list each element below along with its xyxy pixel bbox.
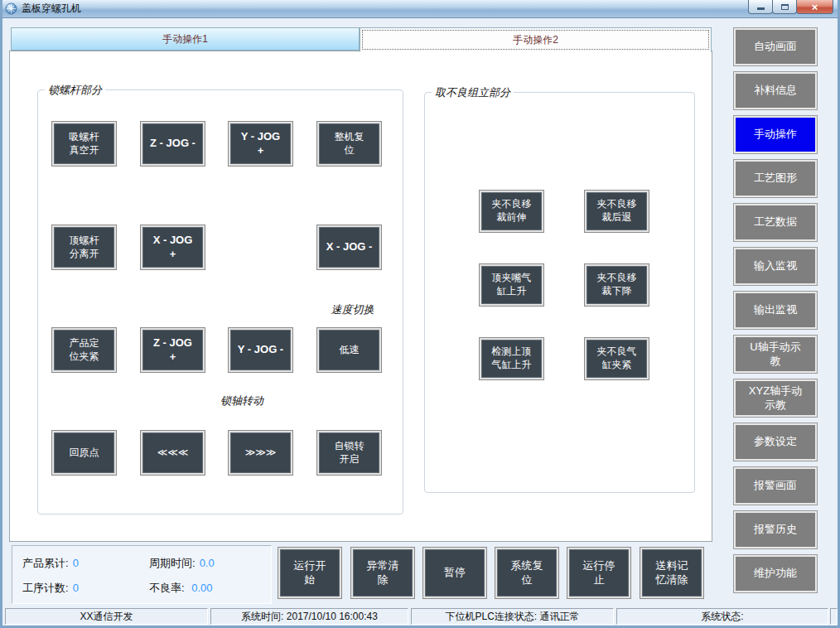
title-bar: 盖板穿螺孔机 × xyxy=(0,0,840,18)
tab-manual-operation-2[interactable]: 手动操作2 xyxy=(360,27,712,52)
z-jog-plus-button[interactable]: Z - JOG + xyxy=(141,328,205,372)
z-jog-minus-button[interactable]: Z - JOG - xyxy=(141,122,205,166)
process-count-stat-value: 0 xyxy=(73,582,79,594)
reject-transfer-forward-button[interactable]: 夹不良移 裁前伸 xyxy=(480,191,543,232)
tab-manual-operation-1[interactable]: 手动操作1 xyxy=(11,27,360,51)
statusbar-plc-status: 下位机PLC连接状态: 通讯正常 xyxy=(411,608,614,625)
speed-switch-label: 速度切换 xyxy=(321,302,384,317)
status-bar: XX通信开发系统时间: 2017/10/10 16:00:43下位机PLC连接状… xyxy=(2,608,838,626)
product-total-stat-label: 产品累计: xyxy=(22,557,69,569)
reject-transfer-backward-button[interactable]: 夹不良移 裁后退 xyxy=(585,191,649,232)
statusbar-system-time: 系统时间: 2017/10/10 16:00:43 xyxy=(210,608,408,625)
y-jog-minus-button[interactable]: Y - JOG - xyxy=(229,328,292,372)
machine-reset-button[interactable]: 整机复 位 xyxy=(317,122,381,166)
rotate-left-button[interactable]: ≪≪≪ xyxy=(141,431,205,475)
sidebar-item-output-monitor[interactable]: 输出监视 xyxy=(734,292,817,329)
cycle-time-stat: 周期时间:0.0 xyxy=(149,556,215,571)
reject-pick-group-title: 取不良组立部分 xyxy=(432,85,514,100)
sidebar-item-process-graphic[interactable]: 工艺图形 xyxy=(734,160,817,197)
low-speed-button[interactable]: 低速 xyxy=(317,328,381,372)
pause-button[interactable]: 暂停 xyxy=(423,548,486,598)
sidebar-item-refill-info[interactable]: 补料信息 xyxy=(734,72,817,109)
sidebar-item-maintenance[interactable]: 维护功能 xyxy=(734,555,817,592)
statusbar-system-status: 系统状态: xyxy=(616,608,828,625)
sidebar-item-alarm-history[interactable]: 报警历史 xyxy=(734,511,817,548)
statusbar-dev-info: XX通信开发 xyxy=(5,608,208,625)
lock-screw-groupbox: 锁螺杆部分 速度切换 锁轴转动 吸螺杆 真空开Z - JOG -Y - JOG … xyxy=(37,89,403,514)
return-origin-button[interactable]: 回原点 xyxy=(52,431,116,475)
reject-cylinder-clamp-button[interactable]: 夹不良气 缸夹紧 xyxy=(585,338,649,379)
cycle-time-stat-value: 0.0 xyxy=(200,557,215,569)
app-window: 盖板穿螺孔机 × 锁螺杆部分 速度切换 锁轴转动 吸螺杆 真空开Z - JOG … xyxy=(0,0,840,628)
process-count-stat-label: 工序计数: xyxy=(22,582,69,594)
product-total-stat: 产品累计:0 xyxy=(22,556,79,571)
sidebar-item-u-axis-teach[interactable]: U轴手动示 教 xyxy=(734,336,817,373)
sidebar-item-process-data[interactable]: 工艺数据 xyxy=(734,204,817,241)
sidebar-item-parameter-setting[interactable]: 参数设定 xyxy=(734,423,817,461)
tab-control: 锁螺杆部分 速度切换 锁轴转动 吸螺杆 真空开Z - JOG -Y - JOG … xyxy=(9,27,712,542)
close-button[interactable]: × xyxy=(796,0,833,14)
sidebar-item-xyz-axis-teach[interactable]: XYZ轴手动 示教 xyxy=(734,379,817,417)
y-jog-plus-button[interactable]: Y - JOG + xyxy=(229,122,292,166)
reject-pick-groupbox: 取不良组立部分 夹不良移 裁前伸夹不良移 裁后退顶夹嘴气 缸上升夹不良移 裁下降… xyxy=(424,92,695,493)
minimize-button[interactable] xyxy=(748,0,773,14)
run-start-button[interactable]: 运行开 始 xyxy=(278,548,341,598)
maximize-icon xyxy=(781,4,789,10)
sidebar-item-input-monitor[interactable]: 输入监视 xyxy=(734,248,817,285)
reject-transfer-down-button[interactable]: 夹不良移 裁下降 xyxy=(585,264,649,306)
sidebar-item-manual-operation[interactable]: 手动操作 xyxy=(734,116,817,153)
top-rod-separate-open-button[interactable]: 顶螺杆 分离开 xyxy=(52,225,116,269)
minimize-icon xyxy=(757,7,765,10)
cycle-time-stat-label: 周期时间: xyxy=(149,557,196,569)
suction-rod-vacuum-open-button[interactable]: 吸螺杆 真空开 xyxy=(52,122,116,166)
app-icon xyxy=(5,2,17,15)
system-reset-button[interactable]: 系统复 位 xyxy=(495,548,558,598)
sidebar-item-alarm-screen[interactable]: 报警画面 xyxy=(734,467,817,505)
feed-memory-clear-button[interactable]: 送料记 忆清除 xyxy=(640,548,703,598)
maximize-button[interactable] xyxy=(772,0,797,14)
defect-rate-stat-label: 不良率: xyxy=(149,582,187,594)
x-jog-minus-button[interactable]: X - JOG - xyxy=(317,225,381,269)
rotate-right-button[interactable]: ≫≫≫ xyxy=(229,431,292,475)
run-stop-button[interactable]: 运行停 止 xyxy=(567,548,630,598)
self-lock-rotate-on-button[interactable]: 自锁转 开启 xyxy=(317,431,381,475)
x-jog-plus-button[interactable]: X - JOG + xyxy=(141,225,205,269)
top-clamp-nozzle-cylinder-up-button[interactable]: 顶夹嘴气 缸上升 xyxy=(480,264,543,306)
detect-top-cylinder-up-button[interactable]: 检测上顶 气缸上升 xyxy=(480,338,543,379)
window-title: 盖板穿螺孔机 xyxy=(22,2,81,16)
lock-screw-group-title: 锁螺杆部分 xyxy=(45,83,105,98)
error-clear-button[interactable]: 异常清 除 xyxy=(351,548,414,598)
manual-operation-2-page: 锁螺杆部分 速度切换 锁轴转动 吸螺杆 真空开Z - JOG -Y - JOG … xyxy=(9,51,712,542)
production-stats-panel: 产品累计:0周期时间:0.0工序计数:0不良率: 0.00 xyxy=(12,545,272,604)
defect-rate-stat: 不良率: 0.00 xyxy=(149,581,213,596)
defect-rate-stat-value: 0.00 xyxy=(191,582,212,594)
lock-axis-rotate-label: 锁轴转动 xyxy=(176,394,308,408)
close-icon: × xyxy=(812,1,818,13)
sidebar-item-auto-screen[interactable]: 自动画面 xyxy=(734,28,817,65)
window-controls: × xyxy=(749,0,833,14)
product-position-clamp-button[interactable]: 产品定 位夹紧 xyxy=(52,328,116,372)
process-count-stat: 工序计数:0 xyxy=(22,581,79,596)
statusbar-endcap xyxy=(830,608,838,625)
product-total-stat-value: 0 xyxy=(73,557,79,569)
